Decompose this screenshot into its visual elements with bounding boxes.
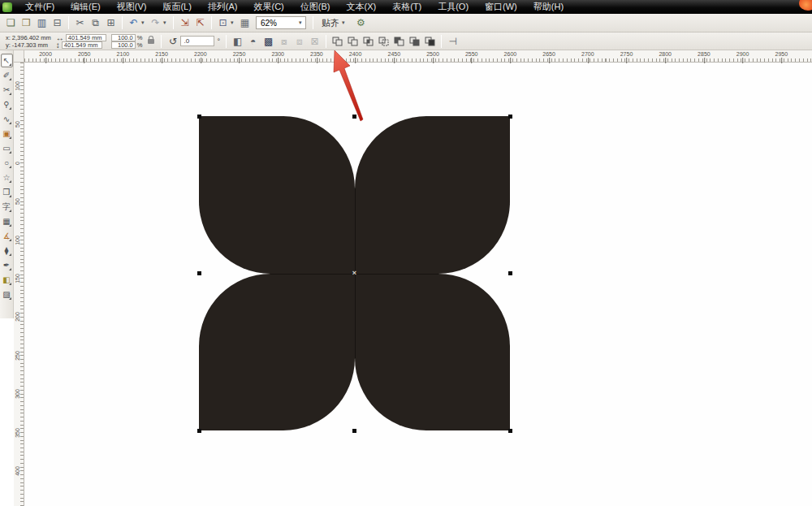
menu-layout[interactable]: 版面(L) (154, 0, 199, 14)
selection-handle[interactable] (508, 271, 512, 275)
major-tick (781, 58, 782, 63)
selection-handle[interactable] (508, 115, 512, 119)
width-field[interactable]: 401.549 mm (66, 34, 106, 41)
selection-handle[interactable] (508, 429, 512, 433)
copy-button[interactable]: ⧉ (89, 15, 102, 30)
redo-button[interactable]: ↷ (149, 15, 162, 30)
selection-handle[interactable] (352, 429, 356, 433)
group-button: ⧇ (277, 34, 291, 49)
flower-shape[interactable]: × (199, 116, 510, 430)
export-icon: ⇱ (196, 17, 204, 28)
chevron-down-icon[interactable]: ▾ (231, 19, 237, 26)
table-tool[interactable]: ▦ (1, 214, 13, 228)
pick-tool[interactable]: ↖ (1, 54, 13, 67)
menu-view[interactable]: 视图(V) (109, 0, 155, 14)
ruler-label: 150 (15, 274, 20, 283)
zoom-level-value: 62% (261, 19, 277, 28)
mirror-horizontal-button[interactable]: ◧ (231, 34, 244, 49)
eyedropper-tool[interactable]: ⧫ (1, 244, 13, 257)
outline-pen-tool[interactable]: ✒ (1, 258, 13, 272)
scale-h-field[interactable]: 100.0 (111, 34, 136, 41)
petal-bottom-left[interactable] (199, 274, 355, 431)
menu-help[interactable]: 帮助(H) (525, 0, 572, 14)
open-button[interactable]: ❒ (19, 15, 33, 30)
separator (441, 35, 442, 48)
undo-button[interactable]: ↶ (127, 15, 140, 30)
front-minus-back-button[interactable] (392, 34, 406, 49)
back-minus-front-button[interactable] (408, 34, 421, 49)
fill-tool[interactable]: ◧ (1, 273, 13, 287)
shape-tool[interactable]: ✐ (1, 68, 13, 82)
major-tick (45, 58, 46, 63)
dimension-tool[interactable]: ∡ (1, 229, 13, 243)
snap-to-button[interactable]: 贴齐▾ (322, 17, 348, 29)
zoom-level-combo[interactable]: 62%▾ (256, 16, 306, 29)
major-tick (356, 58, 356, 63)
petal-top-left[interactable] (199, 116, 355, 274)
interactive-fill-tool[interactable]: ▨ (1, 288, 13, 301)
menu-window[interactable]: 窗口(W) (477, 0, 525, 14)
ellipse-tool[interactable]: ○ (1, 156, 13, 170)
menu-text[interactable]: 文本(X) (338, 0, 384, 14)
chevron-down-icon[interactable]: ▾ (299, 19, 305, 26)
export-button[interactable]: ⇱ (193, 15, 207, 30)
options-button[interactable]: ⚙ (354, 15, 368, 30)
menu-effects[interactable]: 效果(C) (246, 0, 292, 14)
save-button[interactable]: ▥ (35, 15, 49, 30)
weld-button[interactable] (330, 34, 344, 49)
selection-handle[interactable] (352, 115, 356, 119)
lock-ratio-icon[interactable] (148, 39, 154, 44)
trim-icon (348, 37, 358, 46)
selection-handle[interactable] (197, 115, 201, 119)
intersect-button[interactable] (361, 34, 375, 49)
print-button[interactable]: ⊟ (50, 15, 64, 30)
smart-fill-tool[interactable]: ▣ (1, 127, 13, 141)
separator (326, 35, 326, 48)
freehand-tool[interactable]: ∿ (1, 112, 13, 126)
separator (68, 16, 69, 29)
trim-button[interactable] (346, 34, 360, 49)
polygon-tool[interactable]: ☆ (1, 171, 13, 184)
chevron-down-icon[interactable]: ▾ (342, 19, 348, 26)
new-document-button[interactable]: ❏ (4, 15, 18, 30)
paste-button[interactable]: ⊞ (104, 15, 118, 30)
menu-arrange[interactable]: 排列(A) (200, 0, 246, 14)
welcome-screen-button[interactable]: ▦ (238, 15, 252, 30)
selection-handle[interactable] (197, 429, 201, 433)
cut-button[interactable]: ✂ (73, 15, 87, 30)
petal-bottom-right[interactable] (355, 274, 511, 431)
text-tool[interactable]: 字 (1, 200, 13, 214)
menu-tools[interactable]: 工具(O) (430, 0, 477, 14)
scale-v-field[interactable]: 100.0 (111, 41, 136, 49)
rectangle-tool-icon: ▭ (2, 144, 10, 153)
align-distribute-button[interactable]: ⊣ (446, 34, 460, 49)
separator (211, 16, 212, 29)
mirror-vertical-button[interactable]: ◓ (246, 34, 260, 49)
horizontal-ruler: 2000205021002150220022502300235024002450… (24, 50, 812, 63)
create-boundary-button[interactable] (423, 34, 437, 49)
separator (173, 16, 174, 29)
height-field[interactable]: 401.549 mm (62, 41, 102, 49)
y-position-field[interactable]: -147.303 mm (12, 41, 48, 49)
selection-handle[interactable] (197, 271, 201, 275)
chevron-down-icon[interactable]: ▾ (141, 19, 148, 26)
crop-tool[interactable]: ✂ (1, 83, 13, 97)
rectangle-tool[interactable]: ▭ (1, 141, 13, 155)
chevron-down-icon[interactable]: ▾ (163, 19, 170, 26)
menu-table[interactable]: 表格(T) (384, 0, 430, 14)
combine-button[interactable]: ▩ (261, 34, 275, 49)
menu-edit[interactable]: 编辑(E) (63, 0, 109, 14)
zoom-tool[interactable]: ⚲ (1, 97, 13, 111)
menu-bitmaps[interactable]: 位图(B) (292, 0, 339, 14)
basic-shapes-tool[interactable]: ❒ (1, 185, 13, 199)
simplify-button[interactable] (377, 34, 391, 49)
import-button[interactable]: ⇲ (178, 15, 192, 30)
rotation-field[interactable]: .0 (180, 36, 214, 46)
application-launcher-button[interactable]: ⊡ (216, 15, 230, 30)
petal-top-right[interactable] (355, 116, 511, 274)
cut-icon: ✂ (76, 17, 84, 28)
x-position-field[interactable]: 2,396.402 mm (12, 34, 51, 41)
drawing-canvas[interactable]: × (24, 63, 812, 506)
snap-to-label: 贴齐 (322, 17, 339, 29)
menu-file[interactable]: 文件(F) (17, 0, 63, 14)
